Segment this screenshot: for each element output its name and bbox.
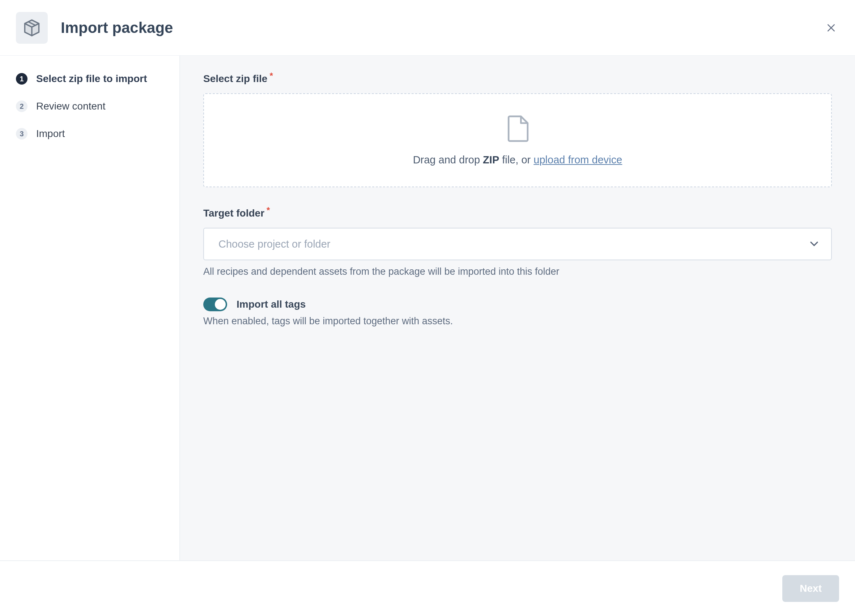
dialog-body: 1 Select zip file to import 2 Review con… <box>0 56 855 560</box>
drop-prefix: Drag and drop <box>413 154 483 165</box>
required-asterisk: * <box>270 71 273 81</box>
header-left: Import package <box>16 12 173 44</box>
field-select-zip: Select zip file * Drag and drop ZIP file… <box>203 73 832 187</box>
import-tags-helper: When enabled, tags will be imported toge… <box>203 316 832 327</box>
field-target-folder: Target folder * Choose project or folder… <box>203 208 832 277</box>
step-import[interactable]: 3 Import <box>16 128 165 139</box>
steps-sidebar: 1 Select zip file to import 2 Review con… <box>0 56 180 560</box>
label-text: Select zip file <box>203 73 267 85</box>
step-select-zip[interactable]: 1 Select zip file to import <box>16 73 165 85</box>
import-tags-toggle[interactable] <box>203 298 227 311</box>
target-folder-label: Target folder * <box>203 208 270 219</box>
step-review-content[interactable]: 2 Review content <box>16 101 165 112</box>
target-folder-helper: All recipes and dependent assets from th… <box>203 266 832 277</box>
step-label: Select zip file to import <box>36 73 147 85</box>
select-placeholder: Choose project or folder <box>218 238 331 250</box>
package-icon <box>16 12 48 44</box>
drop-bold: ZIP <box>483 154 499 165</box>
toggle-knob <box>215 299 226 310</box>
page-title: Import package <box>61 19 173 37</box>
field-import-tags: Import all tags When enabled, tags will … <box>203 298 832 327</box>
step-number: 1 <box>16 73 28 85</box>
step-label: Review content <box>36 101 105 112</box>
step-label: Import <box>36 128 65 139</box>
chevron-down-icon <box>810 242 818 246</box>
target-folder-select[interactable]: Choose project or folder <box>203 228 832 260</box>
required-asterisk: * <box>267 205 270 216</box>
dialog-header: Import package <box>0 0 855 56</box>
file-icon <box>506 115 529 144</box>
step-number: 3 <box>16 128 28 139</box>
content-area: Select zip file * Drag and drop ZIP file… <box>180 56 855 560</box>
svg-marker-2 <box>810 242 818 246</box>
upload-from-device-link[interactable]: upload from device <box>533 154 622 165</box>
next-button[interactable]: Next <box>782 575 839 602</box>
toggle-row: Import all tags <box>203 298 832 311</box>
file-dropzone[interactable]: Drag and drop ZIP file, or upload from d… <box>203 93 832 187</box>
label-text: Target folder <box>203 208 264 219</box>
import-tags-label: Import all tags <box>236 299 306 310</box>
select-zip-label: Select zip file * <box>203 73 273 85</box>
drop-middle: file, or <box>499 154 533 165</box>
dialog-footer: Next <box>0 560 855 616</box>
dropzone-text: Drag and drop ZIP file, or upload from d… <box>413 154 622 166</box>
step-number: 2 <box>16 101 28 112</box>
close-button[interactable] <box>823 20 839 36</box>
